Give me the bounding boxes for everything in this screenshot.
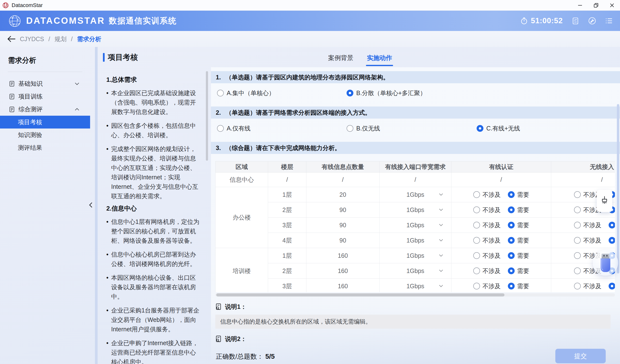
report-icon[interactable] [572,17,579,25]
question-2-option-3[interactable]: C.有线+无线 [477,124,520,132]
back-arrow-icon[interactable] [7,36,16,42]
radio-option[interactable]: 不涉及 [473,236,501,244]
radio-option[interactable]: 不涉及 [574,282,601,290]
radio-checked-icon[interactable] [609,283,615,289]
close-button[interactable] [604,0,620,11]
radio-unchecked-icon[interactable] [574,283,581,289]
option-label: B.仅无线 [356,124,380,132]
breadcrumb-item-project[interactable]: CJYDCS [20,36,44,43]
page-vertical-scrollbar[interactable] [617,104,619,273]
points-cell: 90 [306,233,380,248]
tab-1[interactable]: 案例背景 [328,54,353,62]
radio-unchecked-icon[interactable] [574,252,581,259]
radio-checked-icon[interactable] [508,283,515,289]
breadcrumb-item-planning[interactable]: 规划 [54,35,67,43]
sidebar-subitem-知识测验[interactable]: 知识测验 [0,129,90,141]
radio-checked-icon[interactable] [508,237,515,244]
app-logo-icon [2,2,9,9]
table-horizontal-scrollbar[interactable] [216,293,504,296]
bandwidth-select[interactable]: 1Gbps [380,202,451,218]
note-1-text: 信息中心指的是核心交换机所在的区域，该区域无需编辑。 [215,315,611,329]
points-cell: 160 [306,263,380,279]
radio-option[interactable]: 不涉及 [473,282,501,290]
radio-checked-icon[interactable] [347,90,353,96]
question-2-option-1[interactable]: A.仅有线 [217,124,251,132]
usb-drive-widget[interactable] [593,250,618,275]
sidebar-subitem-label: 项目考核 [18,118,42,126]
radio-option-selected[interactable]: 需要 [609,236,615,244]
radio-option-selected[interactable]: 需要 [508,236,529,244]
radio-unchecked-icon[interactable] [473,222,480,228]
radio-checked-icon[interactable] [508,206,515,213]
radio-checked-icon[interactable] [609,237,615,244]
radio-option-selected[interactable]: 需要 [609,282,615,290]
placeholder-cell: / [551,173,615,187]
bandwidth-select[interactable]: 1Gbps [380,263,451,279]
wireless-access-cell: 不涉及需要 [551,279,615,292]
bandwidth-select[interactable]: 1Gbps [380,248,451,263]
radio-option[interactable]: 不涉及 [574,236,601,244]
radio-option-selected[interactable]: 需要 [609,221,615,229]
radio-option[interactable]: 不涉及 [473,206,501,214]
radio-unchecked-icon[interactable] [574,222,581,228]
case-bullet-text: 园区包含多个楼栋，包括信息中心、办公楼、培训楼。 [111,121,201,140]
sidebar-item-1[interactable]: 基础知识 [0,77,90,90]
sidebar-item-2[interactable]: 项目训练 [0,90,90,103]
placeholder-cell: / [306,173,380,187]
radio-checked-icon[interactable] [609,222,615,228]
submit-button[interactable]: 提交 [555,349,606,363]
question-1-option-2[interactable]: B.分散（单核心+多汇聚） [347,89,426,97]
sidebar-subitem-label: 测评结果 [18,144,42,152]
collapse-sidebar-icon[interactable] [88,201,94,209]
case-bullet-text: 完成整个园区网络的规划设计，最终实现办公楼、培训楼与信息中心的互联互通；实现办公… [111,144,201,201]
radio-unchecked-icon[interactable] [473,252,480,259]
radio-unchecked-icon[interactable] [473,206,480,213]
minimize-button[interactable] [572,0,588,11]
bandwidth-select[interactable]: 1Gbps [380,279,451,292]
restore-button[interactable] [588,0,604,11]
case-panel-scrollbar[interactable] [206,71,208,161]
radio-option[interactable]: 不涉及 [473,221,501,229]
radio-checked-icon[interactable] [508,252,515,259]
radio-unchecked-icon[interactable] [473,237,480,244]
radio-option-selected[interactable]: 需要 [508,206,529,214]
question-2-option-2[interactable]: B.仅无线 [347,124,380,132]
floor-cell: 1层 [268,187,306,202]
sidebar-subitem-项目考核[interactable]: 项目考核 [0,116,90,129]
radio-checked-icon[interactable] [477,125,483,132]
tools-icon[interactable] [588,17,596,25]
radio-unchecked-icon[interactable] [473,283,480,289]
radio-unchecked-icon[interactable] [574,206,581,213]
radio-unchecked-icon[interactable] [217,90,224,96]
radio-option-selected[interactable]: 需要 [508,267,529,275]
sidebar-item-3[interactable]: 综合测评 [0,103,90,116]
radio-option[interactable]: 不涉及 [473,252,501,260]
tab-2[interactable]: 实施动作 [367,54,392,62]
radio-option-selected[interactable]: 需要 [508,221,529,229]
radio-option[interactable]: 不涉及 [473,191,501,199]
bandwidth-select[interactable]: 1Gbps [380,218,451,233]
radio-unchecked-icon[interactable] [574,237,581,244]
case-section-heading: 1.总体需求 [106,76,204,84]
radio-checked-icon[interactable] [508,267,515,274]
radio-unchecked-icon[interactable] [574,191,581,198]
radio-option[interactable]: 不涉及 [473,267,501,275]
question-1-option-1[interactable]: A.集中（单核心） [217,89,275,97]
radio-checked-icon[interactable] [508,191,515,198]
radio-unchecked-icon[interactable] [574,267,581,274]
radio-option-selected[interactable]: 需要 [508,282,529,290]
radio-option-selected[interactable]: 需要 [508,191,529,199]
radio-option[interactable]: 不涉及 [574,221,601,229]
sidebar-subitem-测评结果[interactable]: 测评结果 [0,141,90,154]
radio-unchecked-icon[interactable] [473,191,480,198]
radio-option-selected[interactable]: 需要 [508,252,529,260]
wired-auth-cell: 不涉及需要 [451,218,551,233]
menu-list-icon[interactable] [605,17,613,25]
radio-unchecked-icon[interactable] [473,267,480,274]
clear-tool-button[interactable] [597,190,612,212]
bandwidth-select[interactable]: 1Gbps [380,233,451,248]
radio-unchecked-icon[interactable] [217,125,224,132]
radio-unchecked-icon[interactable] [347,125,353,132]
radio-checked-icon[interactable] [508,222,515,228]
bandwidth-select[interactable]: 1Gbps [380,187,451,202]
